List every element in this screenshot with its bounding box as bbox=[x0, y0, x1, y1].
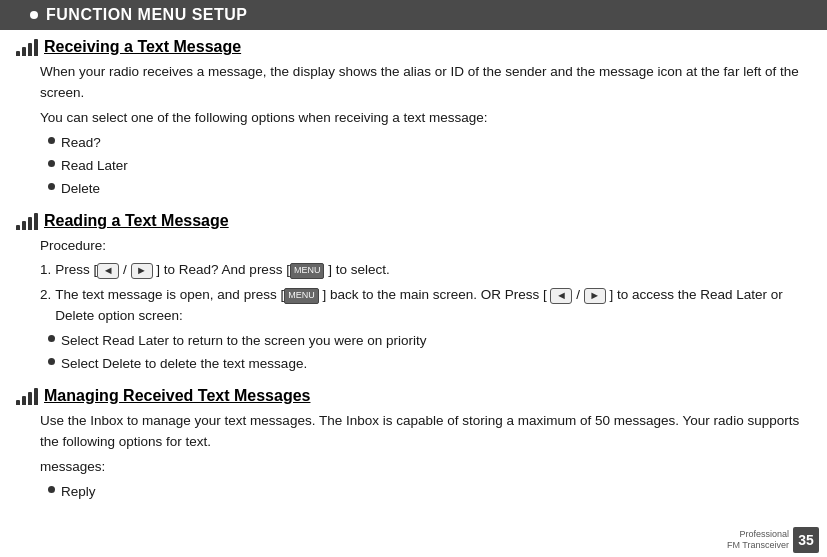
page-title: FUNCTION MENU SETUP bbox=[46, 6, 248, 24]
page-footer: Professional FM Transceiver 35 bbox=[719, 523, 827, 557]
footer-text: Professional FM Transceiver bbox=[727, 529, 789, 551]
section-receiving-body: When your radio receives a message, the … bbox=[16, 62, 811, 200]
bullet-dot bbox=[48, 137, 55, 144]
managing-bullet-list: Reply bbox=[40, 482, 811, 503]
header-bullet bbox=[30, 11, 38, 19]
list-item: 1. Press [◄ / ► ] to Read? And press [ME… bbox=[40, 260, 811, 281]
professional-label: Professional bbox=[739, 529, 789, 539]
list-item: Read Later bbox=[48, 156, 811, 177]
signal-icon-2 bbox=[16, 212, 38, 230]
transceiver-label: FM Transceiver bbox=[727, 540, 789, 550]
step-num: 1. bbox=[40, 260, 51, 281]
receiving-para-2: You can select one of the following opti… bbox=[40, 108, 811, 129]
section-reading-body: Procedure: 1. Press [◄ / ► ] to Read? An… bbox=[16, 236, 811, 376]
bullet-text: Delete bbox=[61, 179, 100, 200]
menu-btn: MENU bbox=[290, 263, 325, 279]
bullet-text: Read Later bbox=[61, 156, 128, 177]
page-header: FUNCTION MENU SETUP bbox=[0, 0, 827, 30]
right-arrow-btn: ► bbox=[131, 263, 153, 279]
bullet-dot bbox=[48, 183, 55, 190]
section-managing: Managing Received Text Messages Use the … bbox=[16, 387, 811, 503]
menu-btn-2: MENU bbox=[284, 288, 319, 304]
bullet-dot bbox=[48, 486, 55, 493]
bullet-text: Select Read Later to return to the scree… bbox=[61, 331, 426, 352]
reading-intro: Procedure: bbox=[40, 236, 811, 257]
list-item: Read? bbox=[48, 133, 811, 154]
section-managing-title-row: Managing Received Text Messages bbox=[16, 387, 811, 405]
list-item: Delete bbox=[48, 179, 811, 200]
section-managing-body: Use the Inbox to manage your text messag… bbox=[16, 411, 811, 503]
reading-numbered-list: 1. Press [◄ / ► ] to Read? And press [ME… bbox=[40, 260, 811, 327]
list-item: Select Delete to delete the text message… bbox=[48, 354, 811, 375]
reading-bullet-list: Select Read Later to return to the scree… bbox=[40, 331, 811, 375]
bullet-dot bbox=[48, 358, 55, 365]
section-reading: Reading a Text Message Procedure: 1. Pre… bbox=[16, 212, 811, 376]
page-number-box: 35 bbox=[793, 527, 819, 553]
bullet-dot bbox=[48, 160, 55, 167]
step-num: 2. bbox=[40, 285, 51, 306]
managing-para-1: Use the Inbox to manage your text messag… bbox=[40, 411, 811, 453]
bullet-dot bbox=[48, 335, 55, 342]
bullet-text: Read? bbox=[61, 133, 101, 154]
page-number: 35 bbox=[798, 532, 814, 548]
section-receiving-title-row: Receiving a Text Message bbox=[16, 38, 811, 56]
list-item: 2. The text message is open, and press [… bbox=[40, 285, 811, 327]
section-reading-title: Reading a Text Message bbox=[44, 212, 229, 230]
signal-icon bbox=[16, 38, 38, 56]
right-arrow-btn-2: ► bbox=[584, 288, 606, 304]
section-managing-title: Managing Received Text Messages bbox=[44, 387, 310, 405]
bullet-text: Select Delete to delete the text message… bbox=[61, 354, 307, 375]
left-arrow-btn-2: ◄ bbox=[550, 288, 572, 304]
step-text: The text message is open, and press [MEN… bbox=[55, 285, 811, 327]
section-receiving: Receiving a Text Message When your radio… bbox=[16, 38, 811, 200]
section-reading-title-row: Reading a Text Message bbox=[16, 212, 811, 230]
list-item: Reply bbox=[48, 482, 811, 503]
page-content: Receiving a Text Message When your radio… bbox=[0, 30, 827, 523]
bullet-text: Reply bbox=[61, 482, 96, 503]
signal-icon-3 bbox=[16, 387, 38, 405]
receiving-para-1: When your radio receives a message, the … bbox=[40, 62, 811, 104]
receiving-bullet-list: Read? Read Later Delete bbox=[40, 133, 811, 200]
step-text: Press [◄ / ► ] to Read? And press [MENU … bbox=[55, 260, 389, 281]
section-receiving-title: Receiving a Text Message bbox=[44, 38, 241, 56]
list-item: Select Read Later to return to the scree… bbox=[48, 331, 811, 352]
managing-para-2: messages: bbox=[40, 457, 811, 478]
left-arrow-btn: ◄ bbox=[97, 263, 119, 279]
